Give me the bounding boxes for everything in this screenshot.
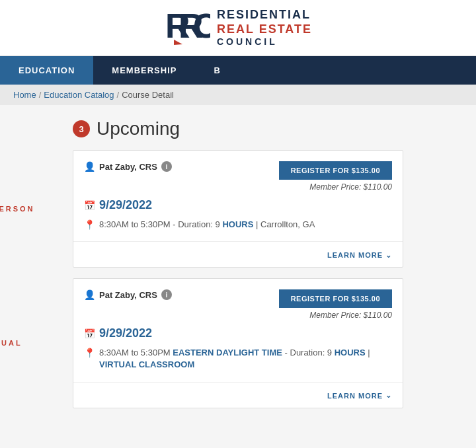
instructor-name-2: Pat Zaby, CRS xyxy=(99,290,157,300)
date-text-2: 9/29/2022 xyxy=(99,326,152,340)
instructor-name-1: Pat Zaby, CRS xyxy=(99,162,157,172)
logo-text: RESIDENTIAL REAL ESTATE COUNCIL xyxy=(217,8,312,48)
breadcrumb: Home / Education Catalog / Course Detail xyxy=(0,85,476,105)
nav-membership[interactable]: MEMBERSHIP xyxy=(93,56,195,85)
register-section-2: REGISTER FOR $135.00 Member Price: $110.… xyxy=(279,289,392,320)
nav-education[interactable]: EDUCATION xyxy=(0,56,93,85)
card-body-2: 👤 Pat Zaby, CRS i REGISTER FOR $135.00 M… xyxy=(73,279,403,381)
content-area: 3 Upcoming IN PERSON 👤 Pat Zaby, CRS i xyxy=(73,118,403,419)
upcoming-header: 3 Upcoming xyxy=(73,118,403,139)
in-person-label: IN PERSON xyxy=(0,205,35,213)
card-body-1: 👤 Pat Zaby, CRS i REGISTER FOR $135.00 M… xyxy=(73,151,403,241)
svg-text:C: C xyxy=(193,8,210,45)
card-footer-2: LEARN MORE ⌄ xyxy=(73,382,403,408)
logo-real-estate: REAL ESTATE xyxy=(217,22,312,37)
breadcrumb-sep2: / xyxy=(117,90,120,100)
logo-residential: RESIDENTIAL xyxy=(217,8,312,22)
chevron-down-icon-2: ⌄ xyxy=(385,391,392,400)
course-card-virtual: VIRTUAL 👤 Pat Zaby, CRS i REGISTER FOR $… xyxy=(73,278,403,408)
time-part1-2: 8:30AM to 5:30PM xyxy=(99,348,173,357)
info-icon-2[interactable]: i xyxy=(161,289,172,300)
location-text-1: 8:30AM to 5:30PM - Duration: 9 HOURS | C… xyxy=(99,219,315,231)
instructor-info-2: 👤 Pat Zaby, CRS i xyxy=(84,289,172,300)
register-section-1: REGISTER FOR $135.00 Member Price: $110.… xyxy=(279,161,392,192)
person-icon-2: 👤 xyxy=(84,289,95,300)
eastern-highlight: EASTERN DAYLIGHT TIME xyxy=(173,348,282,357)
upcoming-title: Upcoming xyxy=(97,118,180,139)
learn-more-button-2[interactable]: LEARN MORE ⌄ xyxy=(327,391,392,400)
learn-more-label-2: LEARN MORE xyxy=(327,392,383,400)
virtual-label: VIRTUAL xyxy=(0,339,22,347)
time-part2-2: - Duration: 9 xyxy=(282,348,335,357)
pin-icon-2: 📍 xyxy=(84,348,95,358)
location-part1-2: | xyxy=(366,348,370,357)
courses-list: IN PERSON 👤 Pat Zaby, CRS i REGISTER FOR… xyxy=(73,150,403,408)
chevron-down-icon-1: ⌄ xyxy=(385,251,392,260)
nav-other[interactable]: B xyxy=(195,56,239,85)
breadcrumb-education-catalog[interactable]: Education Catalog xyxy=(44,90,114,100)
card-top-1: 👤 Pat Zaby, CRS i REGISTER FOR $135.00 M… xyxy=(84,161,392,192)
course-card-1: 👤 Pat Zaby, CRS i REGISTER FOR $135.00 M… xyxy=(73,150,403,268)
card-top-2: 👤 Pat Zaby, CRS i REGISTER FOR $135.00 M… xyxy=(84,289,392,320)
date-row-2: 📅 9/29/2022 xyxy=(84,326,392,340)
hours-highlight-1: HOURS xyxy=(222,219,253,229)
logo-council: COUNCIL xyxy=(217,36,312,48)
learn-more-button-1[interactable]: LEARN MORE ⌄ xyxy=(327,251,392,260)
site-header: R R C RESIDENTIAL REAL ESTATE COUNCIL xyxy=(0,0,476,56)
breadcrumb-sep1: / xyxy=(39,90,42,100)
date-text-1: 9/29/2022 xyxy=(99,198,152,212)
course-card-2: 👤 Pat Zaby, CRS i REGISTER FOR $135.00 M… xyxy=(73,278,403,408)
main-nav: EDUCATION MEMBERSHIP B xyxy=(0,56,476,85)
upcoming-badge: 3 xyxy=(73,120,90,137)
main-content: 3 Upcoming IN PERSON 👤 Pat Zaby, CRS i xyxy=(0,105,476,432)
pin-icon-1: 📍 xyxy=(84,219,95,230)
person-icon-1: 👤 xyxy=(84,161,95,172)
location-row-1: 📍 8:30AM to 5:30PM - Duration: 9 HOURS |… xyxy=(84,219,392,231)
register-button-1[interactable]: REGISTER FOR $135.00 xyxy=(279,161,392,180)
calendar-icon-2: 📅 xyxy=(84,328,95,339)
time-location-1: 8:30AM to 5:30PM - Duration: 9 xyxy=(99,219,222,229)
location-text-2: 8:30AM to 5:30PM EASTERN DAYLIGHT TIME -… xyxy=(99,347,392,371)
location-suffix-1: | Carrollton, GA xyxy=(253,219,315,229)
course-card-inperson: IN PERSON 👤 Pat Zaby, CRS i REGISTER FOR… xyxy=(73,150,403,268)
logo: R R C RESIDENTIAL REAL ESTATE COUNCIL xyxy=(164,8,312,48)
learn-more-label-1: LEARN MORE xyxy=(327,251,383,259)
card-footer-1: LEARN MORE ⌄ xyxy=(73,241,403,267)
breadcrumb-home[interactable]: Home xyxy=(13,90,36,100)
location-row-2: 📍 8:30AM to 5:30PM EASTERN DAYLIGHT TIME… xyxy=(84,347,392,371)
logo-icon: R R C xyxy=(164,8,210,48)
virtual-classroom-highlight: VIRTUAL CLASSROOM xyxy=(99,359,194,369)
member-price-2: Member Price: $110.00 xyxy=(279,311,392,320)
instructor-info-1: 👤 Pat Zaby, CRS i xyxy=(84,161,172,172)
member-price-1: Member Price: $110.00 xyxy=(279,182,392,192)
register-button-2[interactable]: REGISTER FOR $135.00 xyxy=(279,289,392,308)
calendar-icon-1: 📅 xyxy=(84,200,95,211)
date-row-1: 📅 9/29/2022 xyxy=(84,198,392,212)
hours-highlight-2: HOURS xyxy=(335,348,366,357)
info-icon-1[interactable]: i xyxy=(161,161,172,172)
breadcrumb-course-detail: Course Detail xyxy=(122,90,174,100)
